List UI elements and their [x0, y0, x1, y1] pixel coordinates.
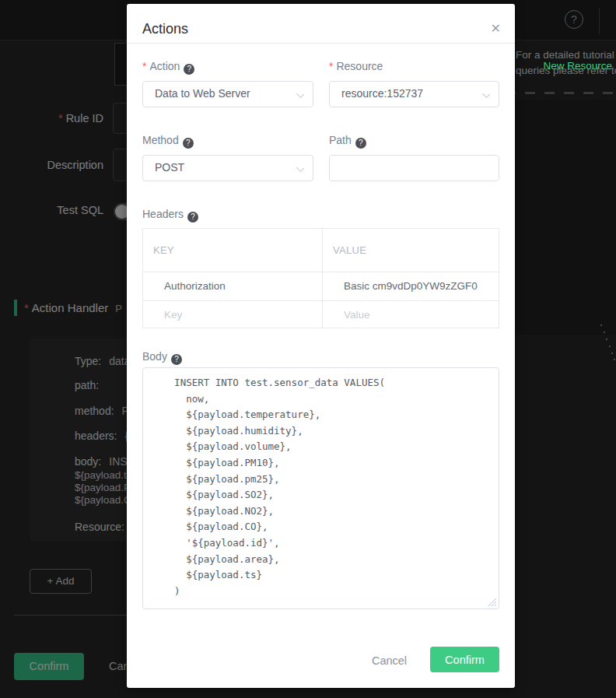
help-badge-icon[interactable]: ? [171, 354, 182, 365]
chevron-down-icon [296, 164, 304, 172]
table-row-divider [143, 300, 499, 301]
modal-title: Actions [142, 21, 188, 37]
method-select-value: POST [155, 161, 184, 174]
help-badge-icon[interactable]: ? [355, 138, 366, 149]
headers-table: KEY VALUE Authorization Basic cm9vdDp0YW… [142, 228, 499, 328]
chevron-down-icon [296, 90, 304, 98]
required-asterisk: * [142, 60, 146, 72]
screen: ? For a detailed tutorial queries please… [0, 0, 616, 698]
cancel-button[interactable]: Cancel [360, 654, 418, 667]
action-select-value: Data to Web Server [155, 87, 250, 100]
resource-label: *Resource [329, 60, 383, 72]
body-textarea[interactable]: INSERT INTO test.sensor_data VALUES( now… [142, 367, 499, 609]
path-input[interactable] [330, 156, 499, 181]
header-key-placeholder[interactable]: Key [164, 309, 182, 321]
header-value-placeholder[interactable]: Value [344, 309, 370, 321]
close-icon[interactable]: ✕ [491, 21, 501, 36]
column-header-value: VALUE [333, 244, 366, 256]
body-label: Body? [142, 350, 182, 365]
headers-label: Headers? [142, 208, 198, 223]
chevron-down-icon [482, 90, 490, 98]
required-asterisk: * [329, 60, 333, 72]
resource-select[interactable]: resource:152737 [329, 81, 499, 107]
help-badge-icon[interactable]: ? [187, 212, 198, 223]
new-resource-link[interactable]: New Resource [395, 60, 612, 72]
help-badge-icon[interactable]: ? [183, 138, 194, 149]
resource-select-value: resource:152737 [341, 87, 423, 100]
resize-grip-icon[interactable] [488, 598, 497, 607]
table-column-divider [322, 229, 323, 328]
path-label: Path? [329, 134, 366, 149]
action-select[interactable]: Data to Web Server [142, 81, 313, 107]
help-badge-icon[interactable]: ? [184, 64, 194, 75]
header-row-value[interactable]: Basic cm9vdDp0YW9zZGF0 [344, 280, 478, 292]
actions-modal: Actions ✕ *Action? *Resource New Resourc… [127, 4, 515, 688]
header-row-key[interactable]: Authorization [164, 280, 226, 292]
column-header-key: KEY [153, 244, 174, 256]
method-label: Method? [142, 134, 194, 149]
action-label: *Action? [142, 60, 194, 75]
path-input-wrap [329, 155, 499, 181]
body-textarea-wrap: INSERT INTO test.sensor_data VALUES( now… [142, 367, 499, 609]
confirm-button[interactable]: Confirm [430, 647, 499, 672]
method-select[interactable]: POST [142, 155, 313, 181]
modal-header: Actions ✕ [127, 4, 515, 44]
table-row-divider [143, 272, 499, 272]
